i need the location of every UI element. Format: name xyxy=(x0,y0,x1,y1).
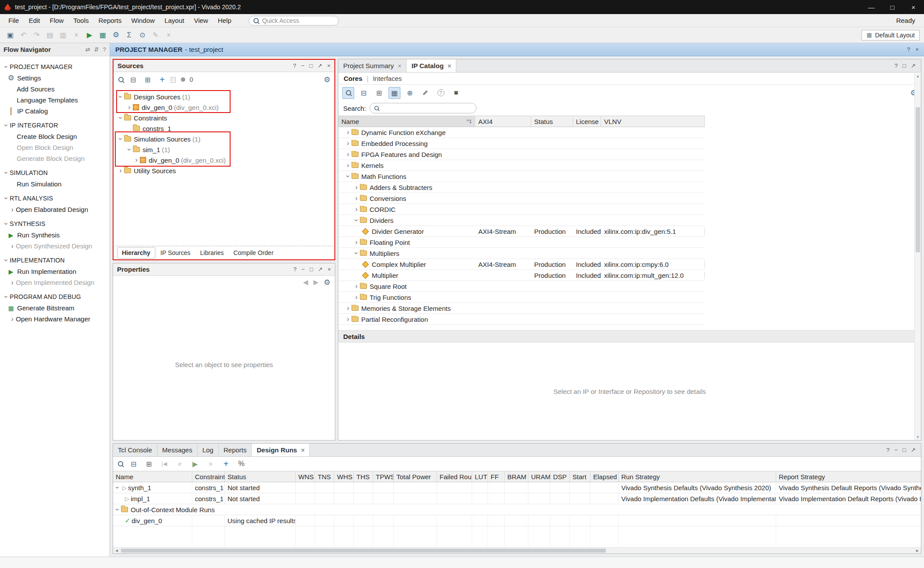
step-forward-icon[interactable]: » xyxy=(205,458,216,470)
run-row-div-gen-0[interactable]: ✓div_gen_0 Using cached IP results xyxy=(113,515,921,526)
restart-run-icon[interactable]: |◀ xyxy=(158,458,170,470)
menu-flow[interactable]: Flow xyxy=(45,15,69,26)
tree-row-sim-1[interactable]: › sim_1 (1) xyxy=(114,144,334,155)
section-header-project-manager[interactable]: › PROJECT MANAGER xyxy=(0,61,110,73)
flownav-item-add-sources[interactable]: Add Sources xyxy=(0,84,110,95)
create-run-icon[interactable]: + xyxy=(220,458,232,470)
gear-icon[interactable]: ⚙ xyxy=(324,278,330,287)
scrollbar-thumb[interactable] xyxy=(121,549,606,553)
section-header-synthesis[interactable]: › SYNTHESIS xyxy=(0,218,110,229)
maximize-icon[interactable]: ↗ xyxy=(318,266,323,273)
undo-icon[interactable]: ↶ xyxy=(18,29,29,41)
timing-icon[interactable]: ⊙ xyxy=(136,29,148,41)
forward-icon[interactable]: ▶ xyxy=(313,278,319,286)
customize-wrench-icon[interactable] xyxy=(419,87,431,99)
search-icon[interactable] xyxy=(117,460,124,467)
menu-window[interactable]: Window xyxy=(126,15,159,26)
maximize-icon[interactable]: ↗ xyxy=(911,447,916,453)
column-header[interactable]: Run Strategy xyxy=(619,471,776,482)
expand-all-icon[interactable]: ⊞ xyxy=(142,74,154,86)
minimize-button[interactable]: — xyxy=(861,0,882,14)
delete-icon[interactable]: × xyxy=(70,29,82,41)
tree-row-simulation-sources[interactable]: › Simulation Sources (1) xyxy=(114,134,334,144)
tab-ip-sources[interactable]: IP Sources xyxy=(156,248,195,258)
catalog-row-complex-multiplier[interactable]: Complex Multiplier AXI4-Stream Productio… xyxy=(338,259,705,270)
column-header-vlnv[interactable]: VLNV xyxy=(601,116,705,127)
back-icon[interactable]: ◀ xyxy=(303,278,308,286)
float-icon[interactable]: □ xyxy=(902,62,906,69)
minimize-icon[interactable]: − xyxy=(895,447,898,453)
column-header[interactable]: URAM xyxy=(528,471,550,482)
copy-icon[interactable]: ▤ xyxy=(44,29,56,41)
tree-row-design-sources[interactable]: › Design Sources (1) xyxy=(114,91,334,102)
menu-view[interactable]: View xyxy=(189,15,213,26)
tab-project-summary[interactable]: Project Summary × xyxy=(338,59,407,72)
tree-row-sim-div-gen-0[interactable]: › div_gen_0 (div_gen_0.xci) xyxy=(114,155,334,165)
help-icon[interactable]: ? xyxy=(103,46,106,53)
tree-row-div-gen-0[interactable]: › div_gen_0 (div_gen_0.xci) xyxy=(114,102,334,113)
tab-reports[interactable]: Reports xyxy=(219,444,252,456)
collapse-all-icon[interactable]: ⊟ xyxy=(128,458,139,470)
catalog-row[interactable]: ›Partial Reconfiguration xyxy=(338,314,705,325)
collapse-all-icon[interactable]: ⊟ xyxy=(358,87,370,99)
close-icon[interactable]: × xyxy=(301,447,304,454)
maximize-icon[interactable]: ↗ xyxy=(911,62,916,69)
save-icon[interactable]: ▣ xyxy=(4,29,16,41)
column-header[interactable]: TNS xyxy=(315,471,334,482)
updown-icon[interactable]: ⇵ xyxy=(94,46,99,53)
flownav-item-open-hardware-manager[interactable]: › Open Hardware Manager xyxy=(0,313,110,324)
flownav-item-ip-catalog[interactable]: IP Catalog xyxy=(0,106,110,117)
tab-log[interactable]: Log xyxy=(198,444,219,456)
add-sources-icon[interactable]: + xyxy=(156,74,168,86)
flownav-item-create-block-design[interactable]: Create Block Design xyxy=(0,131,110,142)
column-header[interactable]: Constraints xyxy=(192,471,225,482)
catalog-row[interactable]: ›Kernels xyxy=(338,160,705,171)
column-header-status[interactable]: Status xyxy=(531,116,573,127)
close-icon[interactable]: × xyxy=(915,46,919,53)
menu-edit[interactable]: Edit xyxy=(24,15,45,26)
column-header[interactable]: TPWS xyxy=(373,471,394,482)
tab-hierarchy[interactable]: Hierarchy xyxy=(117,247,155,259)
horizontal-scrollbar[interactable]: ◀ ▶ xyxy=(113,547,921,553)
column-header[interactable]: Name xyxy=(113,471,192,482)
flownav-item-run-synthesis[interactable]: ▶ Run Synthesis xyxy=(0,229,110,240)
close-button[interactable]: × xyxy=(903,0,924,14)
ip-search-input[interactable] xyxy=(370,103,477,113)
catalog-row[interactable]: ›Memories & Storage Elements xyxy=(338,303,705,314)
column-header[interactable]: FF xyxy=(488,471,505,482)
flownav-item-settings[interactable]: ⚙ Settings xyxy=(0,73,110,84)
tab-tcl-console[interactable]: Tcl Console xyxy=(113,444,158,456)
column-header-license[interactable]: License xyxy=(573,116,601,127)
run-button[interactable]: ▶ xyxy=(84,29,95,41)
quick-access-search[interactable]: Quick Access xyxy=(249,16,339,25)
step-back-icon[interactable]: « xyxy=(174,458,186,470)
section-header-program-and-debug[interactable]: › PROGRAM AND DEBUG xyxy=(0,291,110,302)
percent-icon[interactable]: % xyxy=(235,458,247,470)
help-icon[interactable]: ? xyxy=(907,46,910,53)
help-icon[interactable]: ? xyxy=(293,266,297,273)
catalog-row[interactable]: ›Math Functions xyxy=(338,171,705,182)
add-repository-icon[interactable]: ⊕ xyxy=(404,87,416,99)
section-header-rtl-analysis[interactable]: › RTL ANALYSIS xyxy=(0,193,110,204)
column-header[interactable]: THS xyxy=(354,471,373,482)
column-header[interactable]: LUT xyxy=(472,471,488,482)
tree-row-utility-sources[interactable]: › Utility Sources xyxy=(114,165,334,176)
section-header-ip-integrator[interactable]: › IP INTEGRATOR xyxy=(0,120,110,131)
help-icon[interactable]: ? xyxy=(886,447,889,453)
scrollbar-thumb[interactable] xyxy=(916,107,920,252)
help-icon[interactable]: ? xyxy=(895,62,898,69)
catalog-row[interactable]: ›Square Root xyxy=(338,281,705,292)
view-interfaces[interactable]: Interfaces xyxy=(373,75,402,82)
search-icon[interactable] xyxy=(342,87,354,99)
maximize-icon[interactable]: ↗ xyxy=(318,62,323,69)
column-header[interactable]: BRAM xyxy=(505,471,528,482)
menu-reports[interactable]: Reports xyxy=(94,15,127,26)
swap-icon[interactable]: ⇄ xyxy=(85,46,90,53)
catalog-row[interactable]: ›Multipliers xyxy=(338,248,705,259)
paste-icon[interactable]: ▥ xyxy=(57,29,69,41)
catalog-row[interactable]: ›CORDIC xyxy=(338,204,705,215)
maximize-button[interactable]: □ xyxy=(882,0,903,14)
run-row-synth-1[interactable]: ›▷synth_1 constrs_1 Not started Vivado S… xyxy=(113,482,921,493)
column-header[interactable]: Total Power xyxy=(394,471,437,482)
column-header[interactable]: Report Strategy xyxy=(776,471,921,482)
